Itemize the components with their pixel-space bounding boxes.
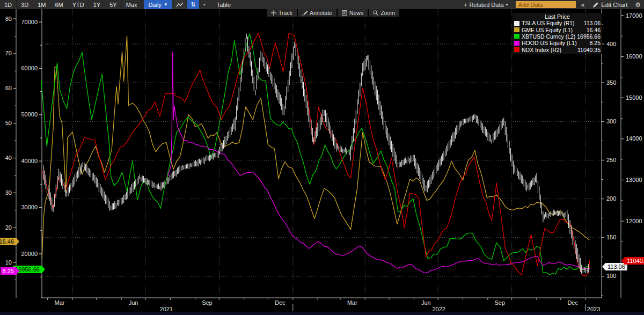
tool-label: Zoom [380, 10, 395, 16]
svg-text:70000: 70000 [21, 19, 38, 25]
svg-text:13000: 13000 [626, 177, 642, 183]
toolbar-spacer [235, 0, 459, 9]
svg-text:20000: 20000 [21, 251, 38, 257]
svg-text:300: 300 [606, 118, 616, 124]
add-data-placeholder: Add Data [518, 2, 543, 8]
tool-annotate-button[interactable]: Annotate [298, 9, 336, 17]
svg-text:Mar: Mar [347, 299, 357, 306]
svg-text:150: 150 [606, 234, 616, 240]
svg-text:400: 400 [606, 41, 616, 47]
zoom-magnifier-icon [373, 10, 378, 16]
period-button-1y[interactable]: 1Y [89, 0, 105, 9]
line-chart-type-button[interactable] [174, 0, 186, 9]
svg-text:50000: 50000 [21, 111, 38, 118]
related-data-label: Related Data [469, 2, 503, 8]
chart-tools-strip: TrackAnnotateNewsZoom [267, 9, 400, 17]
bottom-status-bar [0, 312, 644, 315]
gear-icon: ⚙ [635, 1, 641, 9]
period-button-5y[interactable]: 5Y [105, 0, 121, 9]
svg-text:50: 50 [5, 120, 12, 126]
frequency-dropdown[interactable]: Daily ▼ [144, 0, 172, 9]
svg-text:60: 60 [5, 85, 12, 91]
svg-text:2023: 2023 [587, 306, 600, 312]
legend-security-name: GME US Equity (L1) [522, 27, 573, 33]
legend-entry[interactable]: GME US Equity (L1)16.46 [513, 26, 602, 33]
legend-security-name: NDX Index (R2) [522, 47, 561, 53]
series-line-gme [42, 36, 589, 259]
series-bars-tsla [43, 34, 589, 274]
last-price-callout: 113.06 [602, 263, 627, 270]
svg-text:40: 40 [5, 155, 12, 161]
svg-text:20: 20 [5, 224, 12, 231]
svg-text:Jun: Jun [421, 299, 431, 306]
chevron-down-icon: ▾ [506, 2, 508, 7]
svg-text:16000: 16000 [626, 53, 642, 60]
bar-chart-type-button[interactable]: ⇅ [187, 0, 199, 9]
tool-track-button[interactable]: Track [267, 9, 297, 17]
period-button-1m[interactable]: 1M [33, 0, 50, 9]
svg-text:40000: 40000 [21, 158, 38, 164]
legend-swatch-icon [514, 27, 519, 32]
chevron-down-icon: ▾ [203, 2, 206, 7]
svg-text:80: 80 [5, 16, 12, 22]
svg-text:15000: 15000 [626, 94, 642, 101]
tool-label: News [349, 10, 363, 16]
legend-title: Last Price [513, 13, 602, 20]
table-button-label: Table [217, 2, 231, 8]
x-axis-labels: MarJunSepDecMarJunSepDec202120222023 [48, 298, 601, 312]
svg-text:Sep: Sep [202, 299, 213, 306]
svg-text:60000: 60000 [21, 65, 38, 71]
period-button-1d[interactable]: 1D [0, 0, 17, 9]
last-price-callout: 16.46 [0, 238, 19, 245]
svg-text:2021: 2021 [160, 306, 173, 312]
tool-news-button[interactable]: News [338, 9, 368, 17]
legend-entry[interactable]: XBTUSD Curncy (L2)16956.66 [513, 33, 602, 40]
legend-last-price: 16956.66 [577, 33, 601, 40]
svg-text:Mar: Mar [55, 299, 65, 306]
legend-security-name: HOOD US Equity (L1) [522, 40, 577, 46]
annotate-pencil-icon [302, 10, 308, 16]
legend-entry[interactable]: NDX Index (R2)11040.35 [513, 47, 602, 53]
svg-text:350: 350 [606, 79, 616, 86]
chart-toolbar: 1D3D1M6MYTD1Y5YMax Daily ▼ ⇅ ▾ Table + R… [0, 0, 644, 9]
legend-last-price: 8.25 [590, 40, 601, 46]
tool-zoom-button[interactable]: Zoom [369, 9, 399, 17]
svg-text:250: 250 [606, 157, 616, 163]
period-button-max[interactable]: Max [122, 0, 142, 9]
chart-settings-button[interactable]: ⚙ [632, 0, 644, 9]
collapse-panel-button[interactable]: « [578, 0, 589, 9]
svg-text:200: 200 [606, 195, 616, 202]
legend-entry[interactable]: TSLA US Equity (R1)113.06 [513, 20, 602, 26]
legend-swatch-icon [514, 47, 519, 52]
edit-chart-button[interactable]: Edit Chart [588, 0, 632, 9]
table-button[interactable]: Table [213, 0, 235, 9]
add-data-input[interactable]: Add Data [516, 1, 576, 8]
news-page-icon [342, 10, 347, 16]
svg-text:Jun: Jun [129, 299, 138, 306]
period-button-ytd[interactable]: YTD [68, 0, 89, 9]
legend-last-price: 11040.35 [577, 47, 601, 53]
svg-text:100: 100 [606, 273, 616, 279]
chevron-down-icon: ▼ [164, 2, 168, 7]
legend-security-name: XBTUSD Curncy (L2) [522, 33, 575, 40]
svg-text:17000: 17000 [626, 12, 642, 19]
legend-security-name: TSLA US Equity (R1) [522, 20, 575, 26]
period-button-group: 1D3D1M6MYTD1Y5YMax [0, 0, 142, 9]
svg-text:30: 30 [5, 189, 12, 196]
legend-swatch-icon [514, 34, 519, 39]
legend-last-price: 113.06 [584, 20, 601, 26]
track-crosshair-icon [271, 10, 276, 16]
last-price-callout: 11040.35 [621, 257, 644, 265]
legend-swatch-icon [514, 21, 519, 26]
svg-text:Sep: Sep [494, 299, 505, 306]
chart-type-dropdown[interactable]: ▾ [201, 0, 208, 9]
tool-label: Track [279, 10, 292, 16]
legend-entry[interactable]: HOOD US Equity (L1)8.25 [513, 40, 602, 46]
edit-chart-label: Edit Chart [601, 2, 627, 8]
tool-label: Annotate [310, 10, 332, 16]
related-data-button[interactable]: + Related Data ▾ [459, 0, 513, 9]
line-chart-icon [176, 2, 184, 8]
period-button-6m[interactable]: 6M [50, 0, 68, 9]
period-button-3d[interactable]: 3D [17, 0, 33, 9]
series-layer [41, 33, 590, 276]
